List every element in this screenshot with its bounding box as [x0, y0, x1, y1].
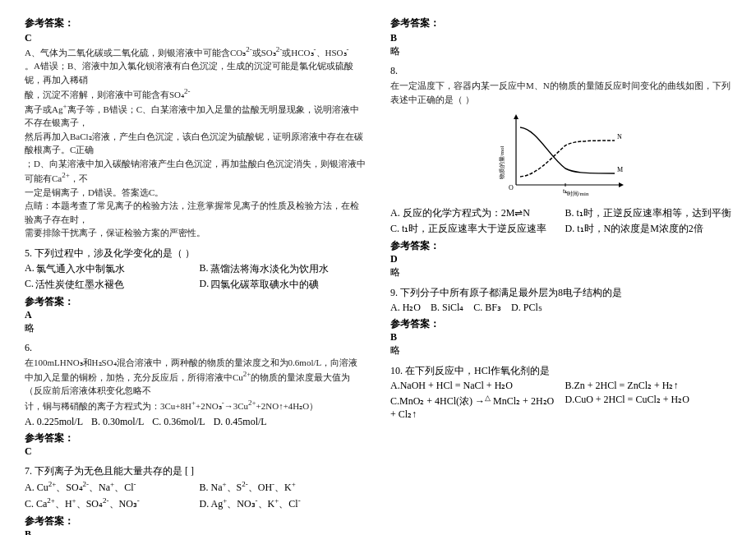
q7-answer: B	[25, 528, 366, 535]
q5-option-b: B. 蒸馏法将海水淡化为饮用水	[200, 262, 366, 276]
right-prev-answer-title: 参考答案：	[390, 16, 731, 30]
q5-block: 5. 下列过程中，涉及化学变化的是（ ） A. 氯气通入水中制氯水 B. 蒸馏法…	[25, 247, 366, 335]
q8-options: A. 反应的化学方程式为：2M⇌N B. t₁时，正逆反应速率相等，达到平衡 C…	[390, 206, 731, 236]
q7-option-a: A. Cu2+、SO₄2-、Na+、Cl-	[25, 480, 191, 495]
q9-option-d: D. PCl₅	[511, 302, 542, 314]
q10-block: 10. 在下列反应中，HCl作氧化剂的是 A.NaOH + HCl = NaCl…	[390, 364, 731, 421]
q6-option-b: B. 0.30mol/L	[91, 416, 144, 428]
q8-number: 8.	[390, 65, 731, 77]
q8-answer: D	[390, 253, 731, 265]
q5-label-b: B.	[200, 262, 209, 274]
q6-answer-label: 参考答案：	[25, 431, 366, 445]
right-column: 参考答案： B 略 8. 在一定温度下，容器内某一反应中M、N的物质的量随反应时…	[390, 16, 731, 535]
q5-options: A. 氯气通入水中制氯水 B. 蒸馏法将海水淡化为饮用水 C. 活性炭使红墨水褪…	[25, 262, 366, 292]
q9-number: 9. 下列分子中所有原子都满足最外层为8电子结构的是	[390, 286, 731, 300]
q9-option-b: B. SiCl₄	[431, 302, 463, 314]
q7-option-b: B. Na+、S2-、OH-、K+	[200, 480, 366, 495]
q5-option-a: A. 氯气通入水中制氯水	[25, 262, 191, 276]
q4-answer-block: 参考答案： C A、气体为二氧化碳或二氧化硫，则银溶液中可能含CO₃2-或SO₃…	[25, 16, 366, 240]
left-column: 参考答案： C A、气体为二氧化碳或二氧化硫，则银溶液中可能含CO₃2-或SO₃…	[25, 16, 366, 535]
q6-answer: C	[25, 445, 366, 458]
q9-note: 略	[390, 344, 731, 357]
q5-text-d: 四氯化碳萃取碘水中的碘	[210, 278, 319, 292]
q10-number: 10. 在下列反应中，HCl作氧化剂的是	[390, 364, 731, 378]
q8-note: 略	[390, 265, 731, 279]
q8-option-d: D. t₁时，N的浓度是M浓度的2倍	[565, 222, 732, 236]
q4-answer-value: C	[25, 32, 366, 44]
svg-text:时间/min: 时间/min	[566, 191, 588, 197]
q5-text-b: 蒸馏法将海水淡化为饮用水	[210, 262, 329, 276]
q7-options: A. Cu2+、SO₄2-、Na+、Cl- B. Na+、S2-、OH-、K+ …	[25, 480, 366, 511]
svg-text:O: O	[509, 184, 514, 191]
q6-block: 6. 在100mLHNO₃和H₂SO₄混合溶液中，两种酸的物质的量浓度之和为0.…	[25, 342, 366, 458]
q5-note: 略	[25, 321, 366, 335]
q5-label-c: C.	[25, 278, 34, 290]
svg-text:t₁: t₁	[563, 187, 567, 195]
q7-block: 7. 下列离子为无色且能大量共存的是 [ ] A. Cu2+、SO₄2-、Na+…	[25, 464, 366, 535]
q9-option-a: A. H₂O	[390, 302, 421, 314]
q8-option-a: A. 反应的化学方程式为：2M⇌N	[390, 206, 557, 220]
q5-option-c: C. 活性炭使红墨水褪色	[25, 278, 191, 292]
q10-options: A.NaOH + HCl = NaCl + H₂O B.Zn + 2HCl = …	[390, 380, 731, 421]
q5-text-a: 氯气通入水中制氯水	[36, 262, 125, 276]
q5-label-d: D.	[200, 278, 210, 290]
q4-explanation: A、气体为二氧化碳或二氧化硫，则银溶液中可能含CO₃2-或SO₃2-或HCO₃-…	[25, 44, 366, 240]
q8-option-c: C. t₁时，正反应速率大于逆反应速率	[390, 222, 557, 236]
q8-option-b: B. t₁时，正逆反应速率相等，达到平衡	[565, 206, 732, 220]
q6-option-c: C. 0.36mol/L	[152, 416, 205, 428]
q6-options: A. 0.225mol/L B. 0.30mol/L C. 0.36mol/L …	[25, 416, 366, 428]
q9-answer-label: 参考答案：	[390, 317, 731, 331]
q9-answer: B	[390, 331, 731, 344]
q7-answer-label: 参考答案：	[25, 514, 366, 528]
q5-answer-label: 参考答案：	[25, 295, 366, 309]
page-container: 参考答案： C A、气体为二氧化碳或二氧化硫，则银溶液中可能含CO₃2-或SO₃…	[25, 16, 731, 535]
q8-block: 8. 在一定温度下，容器内某一反应中M、N的物质的量随反应时间变化的曲线如图，下…	[390, 65, 731, 279]
q8-graph-svg: 物质的量/mol 时间/min M N t₁ O	[496, 111, 627, 201]
svg-marker-3	[514, 114, 519, 119]
right-prev-note: 略	[390, 44, 731, 58]
q7-number: 7. 下列离子为无色且能大量共存的是 [ ]	[25, 464, 366, 478]
q5-option-d: D. 四氯化碳萃取碘水中的碘	[200, 278, 366, 292]
svg-text:N: N	[617, 133, 622, 141]
q5-answer: A	[25, 309, 366, 321]
q7-option-d: D. Ag+、NO₃-、K+、Cl-	[200, 496, 366, 511]
q4-answer-title: 参考答案：	[25, 16, 366, 30]
q6-number: 6.	[25, 342, 366, 354]
svg-text:M: M	[617, 166, 623, 173]
svg-text:物质的量/mol: 物质的量/mol	[499, 146, 505, 180]
q10-option-c: C.MnO₂ + 4HCl(浓) →△ MnCl₂ + 2H₂O + Cl₂↑	[390, 394, 557, 421]
right-prev-answer-value: B	[390, 32, 731, 44]
q8-desc: 在一定温度下，容器内某一反应中M、N的物质的量随反应时间变化的曲线如图，下列表述…	[390, 79, 731, 106]
q8-answer-label: 参考答案：	[390, 239, 731, 253]
svg-marker-2	[619, 182, 624, 187]
q5-number: 5. 下列过程中，涉及化学变化的是（ ）	[25, 247, 366, 261]
q10-option-a: A.NaOH + HCl = NaCl + H₂O	[390, 380, 557, 392]
q8-graph: 物质的量/mol 时间/min M N t₁ O	[496, 111, 627, 201]
q10-option-b: B.Zn + 2HCl = ZnCl₂ + H₂↑	[565, 380, 732, 392]
right-prev-answer-block: 参考答案： B 略	[390, 16, 731, 58]
q9-option-c: C. BF₃	[473, 302, 501, 314]
q9-options: A. H₂O B. SiCl₄ C. BF₃ D. PCl₅	[390, 302, 731, 314]
q6-desc: 在100mLHNO₃和H₂SO₄混合溶液中，两种酸的物质的量浓度之和为0.6mo…	[25, 356, 366, 413]
q5-text-c: 活性炭使红墨水褪色	[35, 278, 124, 292]
q9-block: 9. 下列分子中所有原子都满足最外层为8电子结构的是 A. H₂O B. SiC…	[390, 286, 731, 357]
q7-option-c: C. Ca2+、H+、SO₄2-、NO₃-	[25, 496, 191, 511]
q5-label-a: A.	[25, 262, 35, 274]
q10-option-d: D.CuO + 2HCl = CuCl₂ + H₂O	[565, 394, 732, 421]
q6-option-d: D. 0.45mol/L	[214, 416, 267, 428]
q6-option-a: A. 0.225mol/L	[25, 416, 83, 428]
